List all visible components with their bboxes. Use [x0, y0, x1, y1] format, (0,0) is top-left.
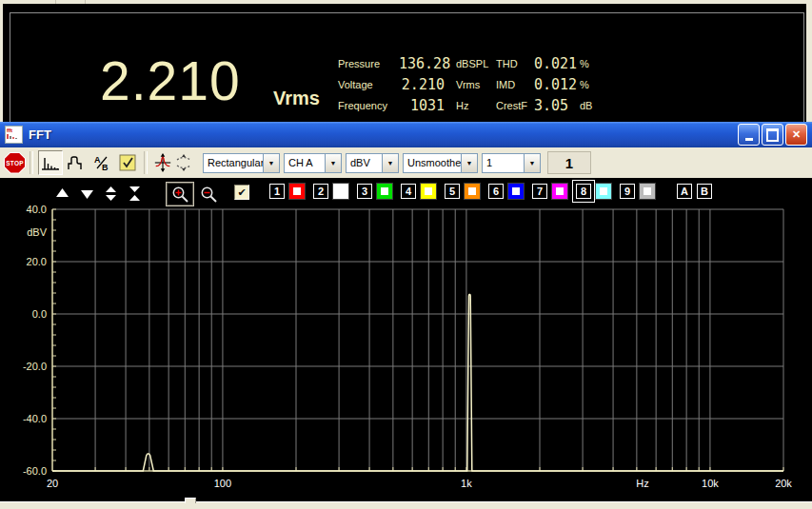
channel-button[interactable]: 9 [620, 184, 635, 199]
fit-range-button[interactable] [173, 150, 193, 175]
ab-compare-icon: A B [93, 154, 110, 171]
maximize-icon [766, 128, 779, 142]
scale-up-button[interactable] [55, 186, 69, 201]
bottom-splitter-bar[interactable] [0, 501, 812, 509]
svg-text:100: 100 [214, 478, 231, 489]
triangles-expand-icon [104, 186, 118, 202]
close-button[interactable]: ✕ [785, 124, 807, 146]
zoom-out-button[interactable] [198, 185, 219, 204]
minimize-button[interactable] [738, 124, 760, 146]
smoothing-select[interactable]: Unsmoothed ▼ [403, 153, 478, 173]
y-unit-select[interactable]: dBV ▼ [346, 153, 399, 173]
octave-bands-icon [67, 154, 86, 171]
app-root: 2.210 Vrms Pressure 136.28 dBSPL Voltage… [0, 0, 812, 509]
channel-color-swatch[interactable] [640, 184, 655, 199]
averages-value: 1 [483, 157, 524, 168]
channel-color-swatch[interactable] [421, 184, 436, 199]
channel-color-swatch[interactable] [377, 184, 392, 199]
channel-button[interactable]: 1 [269, 184, 285, 199]
chevron-down-icon[interactable]: ▼ [461, 154, 477, 172]
maximize-button[interactable] [762, 124, 783, 146]
y-unit-value: dBV [347, 157, 382, 168]
reading-label: THD [496, 53, 534, 74]
reading-value: 1031 [399, 95, 445, 116]
fft-titlebar[interactable]: fft FFT ✕ [0, 122, 812, 147]
channel-color-swatch[interactable] [552, 184, 567, 199]
reading-value: 3.05 [534, 95, 568, 116]
fft-icon: fft [6, 127, 20, 141]
minimize-icon [745, 138, 753, 141]
fft-toolbar: STOP A [0, 147, 812, 178]
channel-pair: 3 [357, 184, 392, 199]
readings-left-column: Pressure 136.28 dBSPL Voltage 2.210 Vrms… [338, 53, 498, 116]
svg-text:B: B [102, 163, 109, 171]
reading-unit: % [568, 53, 604, 74]
channel-color-swatch[interactable] [289, 184, 305, 199]
expand-range-button[interactable] [104, 186, 118, 201]
compress-range-button[interactable] [128, 186, 142, 201]
channel-button[interactable]: 8 [576, 184, 591, 199]
stop-sign-icon: STOP [5, 153, 25, 173]
scale-down-button[interactable] [80, 186, 94, 201]
window-title: FFT [29, 127, 736, 142]
spectrum-plot[interactable]: 40.020.00.0-20.0-40.0-60.0dBV201001k10k2… [0, 178, 812, 501]
channel-button[interactable]: 2 [313, 184, 328, 199]
svg-text:10k: 10k [702, 478, 719, 489]
channel-color-swatch[interactable] [333, 184, 348, 199]
reading-value: 0.021 [534, 53, 568, 74]
fit-range-icon [175, 153, 192, 172]
spectrum-mode-button[interactable] [38, 150, 63, 175]
svg-text:-20.0: -20.0 [23, 361, 47, 372]
octave-bands-button[interactable] [64, 150, 89, 175]
reading-label: Voltage [338, 74, 399, 95]
svg-text:-40.0: -40.0 [23, 413, 47, 424]
reading-label: IMD [496, 74, 534, 95]
channel-button[interactable]: 3 [357, 184, 372, 199]
chevron-down-icon[interactable]: ▼ [263, 154, 279, 172]
window-function-select[interactable]: Rectangular ▼ [203, 153, 280, 173]
channel-color-swatch[interactable] [465, 184, 480, 199]
reading-value: 136.28 [399, 53, 445, 74]
overlay-a-button[interactable]: A [677, 184, 692, 199]
reading-label: Frequency [338, 95, 399, 116]
channel-pair: 4 [401, 184, 436, 199]
reading-value: 2.210 [399, 74, 445, 95]
splitter-handle[interactable] [185, 498, 196, 503]
channel-pair: 9 [620, 184, 655, 199]
scale-axes-button[interactable] [152, 150, 172, 175]
chevron-down-icon[interactable]: ▼ [325, 154, 341, 172]
channel-button[interactable]: 5 [445, 184, 460, 199]
channel-button[interactable]: 7 [532, 184, 547, 199]
settings-checklist-button[interactable] [115, 150, 140, 175]
svg-text:-60.0: -60.0 [23, 465, 47, 477]
ab-compare-button[interactable]: A B [89, 150, 114, 175]
channel-button[interactable]: 6 [488, 184, 504, 199]
zoom-in-button[interactable] [166, 182, 194, 206]
svg-text:1k: 1k [461, 478, 472, 489]
spectrum-mode-icon [41, 154, 60, 171]
zoom-out-icon [200, 186, 218, 204]
reading-unit: Hz [445, 95, 498, 116]
reading-unit: dB [568, 95, 604, 116]
reading-label: CrestF [496, 95, 534, 116]
channel-color-swatch[interactable] [508, 184, 524, 199]
svg-text:40.0: 40.0 [27, 204, 47, 215]
stop-button[interactable]: STOP [4, 152, 26, 174]
svg-text:A: A [94, 155, 101, 165]
channel-pair: 5 [445, 184, 480, 199]
chevron-down-icon[interactable]: ▼ [524, 154, 540, 172]
fft-app-icon: fft [5, 126, 23, 144]
channel-color-swatch[interactable] [596, 184, 611, 199]
settings-checklist-icon [118, 153, 137, 172]
svg-text:20k: 20k [775, 478, 792, 489]
channel-pair: 1 [269, 184, 305, 199]
fft-window: fft FFT ✕ STOP [0, 122, 812, 509]
averages-select[interactable]: 1 ▼ [482, 153, 541, 173]
channel-pair: 6 [488, 184, 524, 199]
channel-button[interactable]: 4 [401, 184, 416, 199]
overlay-b-button[interactable]: B [697, 184, 712, 199]
channel-select[interactable]: CH A ▼ [284, 153, 342, 173]
overlay-checkbox[interactable]: ✔ [234, 185, 249, 200]
reading-unit: dBSPL [445, 53, 498, 74]
chevron-down-icon[interactable]: ▼ [382, 154, 398, 172]
